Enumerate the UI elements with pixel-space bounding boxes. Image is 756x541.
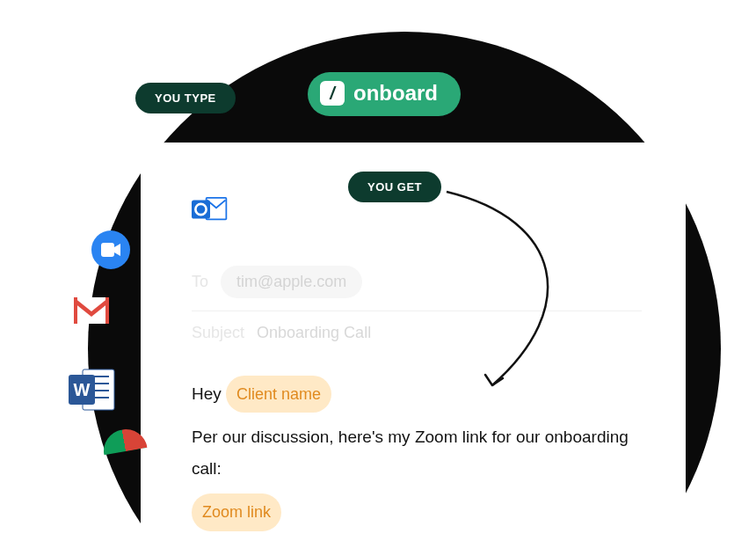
client-name-variable[interactable]: Client name bbox=[226, 376, 331, 413]
outlook-icon bbox=[192, 194, 229, 225]
zoom-link-variable[interactable]: Zoom link bbox=[192, 493, 281, 530]
google-camera-icon bbox=[91, 230, 130, 269]
to-recipient-chip[interactable]: tim@apple.com bbox=[221, 266, 362, 298]
body-hey: Hey bbox=[192, 384, 222, 403]
to-field-row[interactable]: To tim@apple.com bbox=[192, 253, 642, 311]
word-icon: W bbox=[69, 368, 116, 412]
email-body[interactable]: Hey Client name Per our discussion, here… bbox=[192, 376, 642, 531]
svg-rect-7 bbox=[105, 297, 109, 324]
subject-label: Subject bbox=[192, 324, 244, 342]
svg-rect-5 bbox=[74, 297, 109, 324]
svg-rect-4 bbox=[101, 243, 114, 257]
subject-field-row[interactable]: Subject Onboarding Call bbox=[192, 311, 642, 355]
you-type-badge: YOU TYPE bbox=[135, 83, 236, 113]
subject-value[interactable]: Onboarding Call bbox=[257, 324, 371, 342]
onboard-text: onboard bbox=[353, 81, 438, 106]
svg-text:W: W bbox=[74, 380, 91, 399]
onboard-snippet-pill[interactable]: / onboard bbox=[308, 72, 461, 116]
slash-icon: / bbox=[320, 81, 345, 106]
to-label: To bbox=[192, 273, 208, 291]
you-get-badge: YOU GET bbox=[348, 172, 441, 202]
svg-rect-6 bbox=[74, 297, 77, 324]
body-line-2: Per our discussion, here's my Zoom link … bbox=[192, 421, 642, 485]
gmail-icon bbox=[74, 297, 109, 324]
